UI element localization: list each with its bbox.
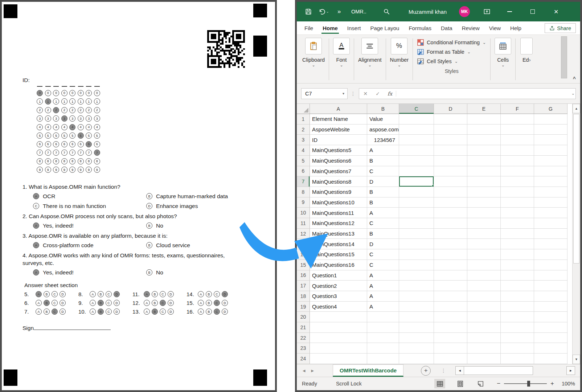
cell-b13[interactable]: D	[367, 239, 399, 249]
vertical-scroll-track[interactable]	[573, 113, 580, 355]
cell-c21[interactable]	[399, 322, 434, 333]
cell-f4[interactable]	[501, 145, 534, 156]
undo-button[interactable]: ⌄	[318, 8, 329, 15]
alignment-button[interactable]	[361, 38, 378, 54]
cell-d15[interactable]	[434, 260, 467, 270]
cell-a23[interactable]	[310, 343, 367, 354]
cell-e8[interactable]	[467, 187, 501, 197]
cell-e11[interactable]	[467, 218, 501, 229]
cell-e1[interactable]	[467, 114, 501, 124]
cell-c24[interactable]	[399, 354, 434, 364]
cell-f23[interactable]	[501, 343, 534, 354]
cell-g11[interactable]	[534, 218, 567, 229]
row-header-7[interactable]: 7	[297, 176, 310, 187]
cell-d23[interactable]	[434, 343, 467, 354]
cell-a18[interactable]: Question3	[310, 291, 367, 302]
row-header-4[interactable]: 4	[297, 145, 310, 156]
cells-chevron[interactable]: ⌄	[501, 64, 505, 66]
cell-a4[interactable]: MainQuestions5	[310, 145, 367, 156]
cell-a7[interactable]: MainQuestions8	[310, 176, 367, 187]
cell-b3[interactable]: 1234567	[367, 135, 399, 145]
cell-c11[interactable]	[399, 218, 434, 229]
cell-d8[interactable]	[434, 187, 467, 197]
cell-f9[interactable]	[501, 197, 534, 208]
cell-d3[interactable]	[434, 135, 467, 145]
scroll-right-button[interactable]: ►	[566, 366, 575, 375]
cell-b5[interactable]: B	[367, 156, 399, 166]
cell-c16[interactable]	[399, 270, 434, 281]
cell-g9[interactable]	[534, 197, 567, 208]
cell-a1[interactable]: Element Name	[310, 114, 367, 124]
zoom-out-button[interactable]: −	[497, 380, 500, 387]
close-button[interactable]: ✕	[554, 8, 558, 15]
cell-g3[interactable]	[534, 135, 567, 145]
cell-b21[interactable]	[367, 322, 399, 333]
next-sheet-arrow[interactable]: ▸	[311, 367, 314, 374]
cell-d11[interactable]	[434, 218, 467, 229]
ribbon-display-options-icon[interactable]	[483, 8, 491, 15]
row-header-17[interactable]: 17	[297, 281, 310, 291]
cell-b19[interactable]: A	[367, 302, 399, 312]
cell-e9[interactable]	[467, 197, 501, 208]
cell-c18[interactable]	[399, 291, 434, 302]
horizontal-scrollbar[interactable]: ◄ ►	[455, 366, 575, 375]
cell-e21[interactable]	[467, 322, 501, 333]
menu-tab-file[interactable]: File	[300, 21, 318, 34]
cell-b9[interactable]: B	[367, 197, 399, 208]
clipboard-chevron[interactable]: ⌄	[312, 64, 315, 66]
cell-g21[interactable]	[534, 322, 567, 333]
cell-e12[interactable]	[467, 229, 501, 239]
cell-f5[interactable]	[501, 156, 534, 166]
cell-e10[interactable]	[467, 208, 501, 218]
cell-d16[interactable]	[434, 270, 467, 281]
cell-styles-button[interactable]: Cell Styles ⌄	[417, 57, 486, 66]
cell-g24[interactable]	[534, 354, 567, 364]
cell-c2[interactable]	[399, 124, 434, 135]
menu-tab-help[interactable]: Help	[505, 21, 526, 34]
save-icon[interactable]	[305, 8, 312, 15]
column-header-g[interactable]: G	[534, 104, 567, 114]
cell-c13[interactable]	[399, 239, 434, 249]
column-header-b[interactable]: B	[367, 104, 399, 114]
cell-d1[interactable]	[434, 114, 467, 124]
column-header-c[interactable]: C	[399, 104, 434, 114]
more-commands-icon[interactable]: »	[337, 8, 341, 15]
row-header-2[interactable]: 2	[297, 124, 310, 135]
previous-sheet-arrow[interactable]: ◂	[303, 367, 306, 374]
cell-d17[interactable]	[434, 281, 467, 291]
row-header-22[interactable]: 22	[297, 333, 310, 343]
cell-d22[interactable]	[434, 333, 467, 343]
confirm-entry-button[interactable]: ✓	[372, 91, 384, 97]
cell-e14[interactable]	[467, 249, 501, 260]
cell-g8[interactable]	[534, 187, 567, 197]
cell-f2[interactable]	[501, 124, 534, 135]
cell-g6[interactable]	[534, 166, 567, 177]
cell-c4[interactable]	[399, 145, 434, 156]
cell-c10[interactable]	[399, 208, 434, 218]
cell-b14[interactable]: C	[367, 249, 399, 260]
cell-e13[interactable]	[467, 239, 501, 249]
cell-c8[interactable]	[399, 187, 434, 197]
cell-b15[interactable]: C	[367, 260, 399, 270]
cell-f16[interactable]	[501, 270, 534, 281]
cell-d14[interactable]	[434, 249, 467, 260]
cell-c7[interactable]	[399, 176, 434, 187]
cell-b20[interactable]	[367, 312, 399, 322]
cell-g17[interactable]	[534, 281, 567, 291]
cell-e3[interactable]	[467, 135, 501, 145]
cell-b7[interactable]: D	[367, 176, 399, 187]
cell-g20[interactable]	[534, 312, 567, 322]
row-header-6[interactable]: 6	[297, 166, 310, 177]
menu-tab-formulas[interactable]: Formulas	[404, 21, 436, 34]
cell-c1[interactable]	[399, 114, 434, 124]
menu-tab-insert[interactable]: Insert	[343, 21, 366, 34]
cell-a19[interactable]: Question4	[310, 302, 367, 312]
cell-g16[interactable]	[534, 270, 567, 281]
row-header-23[interactable]: 23	[297, 343, 310, 354]
cell-e7[interactable]	[467, 176, 501, 187]
zoom-slider[interactable]	[504, 383, 547, 384]
cell-f13[interactable]	[501, 239, 534, 249]
cell-f14[interactable]	[501, 249, 534, 260]
search-icon[interactable]	[383, 8, 390, 15]
row-header-3[interactable]: 3	[297, 135, 310, 145]
